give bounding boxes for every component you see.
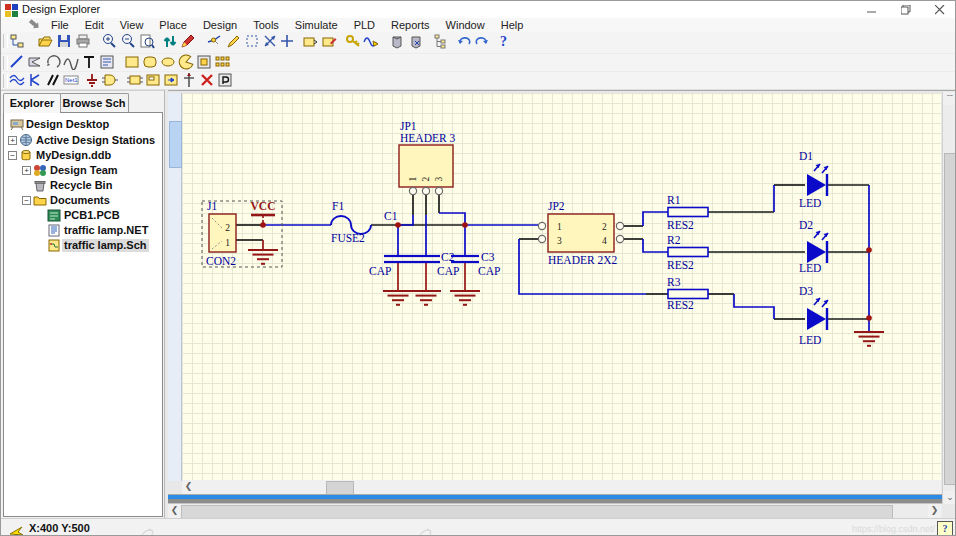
menu-view[interactable]: View (112, 18, 152, 32)
print-icon[interactable] (75, 33, 93, 51)
tree-item-design-team[interactable]: Design Team (4, 163, 160, 178)
bus-tool-icon[interactable] (45, 72, 63, 88)
graphic-tool-icon[interactable] (196, 54, 214, 70)
restore-button[interactable] (889, 1, 923, 18)
inner-horizontal-scrollbar[interactable]: ❮ (182, 480, 941, 494)
crosshair-icon[interactable] (279, 33, 297, 51)
scroll-up-arrow[interactable]: ˉˉ (943, 92, 956, 105)
close-button[interactable] (923, 1, 956, 18)
scroll-left-arrow[interactable]: ❮ (168, 504, 181, 518)
vertical-scrollbar[interactable]: ˉˉ ⌄ (942, 92, 956, 504)
outer-horizontal-scrollbar[interactable]: ❮ ❯ (168, 504, 942, 518)
menu-design[interactable]: Design (195, 18, 245, 32)
arc-tool-icon[interactable] (45, 54, 63, 70)
ellipse-tool-icon[interactable] (160, 54, 178, 70)
vscroll-thumb[interactable] (944, 153, 956, 485)
pie-tool-icon[interactable] (178, 54, 196, 70)
power-port-tool-icon[interactable] (84, 72, 102, 88)
component-r2[interactable]: R2 RES2 (667, 234, 708, 271)
wire-tool-icon[interactable] (9, 72, 27, 88)
menu-pld[interactable]: PLD (346, 18, 383, 32)
component-d1[interactable]: D1 LED (799, 150, 828, 209)
no-erc-tool-icon[interactable] (199, 72, 217, 88)
tree-item-traffic-lamp-net[interactable]: traffic lamp.NET (4, 223, 160, 238)
library-2-icon[interactable] (408, 33, 426, 51)
component-c2[interactable]: C2 CAP (412, 251, 459, 277)
minimize-button[interactable] (855, 1, 889, 18)
f1-part[interactable]: FUSE2 (331, 232, 365, 244)
tree-item-design-desktop[interactable]: Design Desktop (4, 117, 160, 132)
net-label-tool-icon[interactable]: Net1 (63, 72, 81, 88)
port-tool-icon[interactable] (181, 72, 199, 88)
hierarchy-list-icon[interactable] (433, 33, 451, 51)
library-1-icon[interactable] (389, 33, 407, 51)
menu-reports[interactable]: Reports (383, 18, 438, 32)
title-bar[interactable]: Design Explorer (1, 1, 956, 18)
component-r1[interactable]: R1 RES2 (667, 194, 708, 231)
tree-item-documents[interactable]: Documents (4, 193, 160, 208)
menu-place[interactable]: Place (151, 18, 195, 32)
zoom-document-icon[interactable] (139, 33, 157, 51)
tree-item-pcb1-pcb[interactable]: PCB1.PCB (4, 208, 160, 223)
toolbar-grip[interactable] (3, 34, 8, 48)
sheet-symbol-tool-icon[interactable] (145, 72, 163, 88)
tree-item-mydesign-ddb[interactable]: MyDesign.ddb (4, 148, 160, 163)
redo-icon[interactable] (473, 33, 491, 51)
component-jp1[interactable]: JP1 HEADER 3 1 2 3 (399, 120, 456, 195)
zoom-out-icon[interactable] (120, 33, 138, 51)
left-scrollbar-thumb[interactable] (169, 121, 182, 168)
text-frame-tool-icon[interactable] (99, 54, 117, 70)
component-d2[interactable]: D2 LED (799, 219, 828, 274)
f1-ref[interactable]: F1 (332, 200, 344, 212)
undo-icon[interactable] (456, 33, 474, 51)
polygon-tool-icon[interactable] (27, 54, 45, 70)
tab-explorer[interactable]: Explorer (3, 93, 61, 113)
menu-edit[interactable]: Edit (77, 18, 112, 32)
inner-hscroll-thumb[interactable] (326, 481, 354, 495)
component-r3[interactable]: R3 RES2 (667, 276, 708, 311)
line-tool-icon[interactable] (9, 54, 27, 70)
design-hierarchy-icon[interactable] (9, 33, 27, 51)
menu-window[interactable]: Window (438, 18, 493, 32)
wiring-pen-icon[interactable] (206, 33, 224, 51)
expand-toggle[interactable] (8, 136, 17, 145)
browse-component-icon[interactable] (302, 33, 320, 51)
gate-tool-icon[interactable] (102, 72, 120, 88)
selection-rect-icon[interactable] (244, 33, 262, 51)
tab-browse-sch[interactable]: Browse Sch (59, 93, 129, 113)
component-c1[interactable]: C1 CAP (369, 210, 412, 277)
vcc-label[interactable]: VCC (251, 200, 276, 212)
draw-pen-icon[interactable] (225, 33, 243, 51)
toolbar-grip[interactable] (3, 74, 8, 88)
tree-item-recycle-bin[interactable]: Recycle Bin (4, 178, 160, 193)
sheet-entry-tool-icon[interactable] (163, 72, 181, 88)
tree-item-traffic-lamp-sch[interactable]: traffic lamp.Sch (4, 238, 160, 253)
run-simulation-icon[interactable] (363, 33, 381, 51)
redraw-icon[interactable] (180, 33, 198, 51)
schematic-drawing[interactable]: 2 1 J1 CON2 VCC F1 FUSE2 C1 CAP C2 CAP (182, 93, 941, 480)
menu-simulate[interactable]: Simulate (287, 18, 346, 32)
expand-toggle[interactable] (22, 196, 31, 205)
rectangle-tool-icon[interactable] (124, 54, 142, 70)
bus-entry-tool-icon[interactable] (27, 72, 45, 88)
scroll-right-arrow[interactable]: ❯ (928, 504, 941, 518)
left-vertical-scrollbar[interactable] (168, 93, 182, 481)
swap-updown-icon[interactable] (162, 33, 180, 51)
part-tool-icon[interactable] (127, 72, 145, 88)
menu-tools[interactable]: Tools (245, 18, 287, 32)
scroll-left-arrow[interactable]: ❮ (182, 480, 195, 494)
open-icon[interactable] (37, 33, 55, 51)
expand-toggle[interactable] (22, 166, 31, 175)
expand-toggle[interactable] (8, 151, 17, 160)
help-icon[interactable]: ? (495, 33, 513, 51)
text-tool-icon[interactable] (81, 54, 99, 70)
outer-hscroll-thumb[interactable] (181, 505, 893, 519)
array-paste-tool-icon[interactable] (214, 54, 232, 70)
tree-item-active-design-stations[interactable]: Active Design Stations (4, 133, 160, 148)
toolbar-grip[interactable] (3, 56, 8, 70)
move-icon[interactable] (262, 33, 280, 51)
menu-file[interactable]: File (43, 18, 77, 32)
system-menu-icon[interactable] (28, 19, 41, 32)
menu-help[interactable]: Help (493, 18, 532, 32)
probe-tool-icon[interactable] (217, 72, 235, 88)
